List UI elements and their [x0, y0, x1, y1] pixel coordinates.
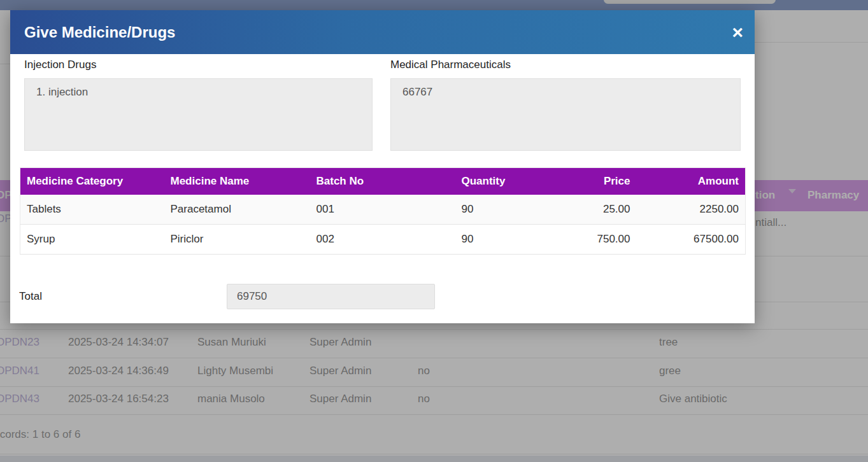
- total-input[interactable]: [227, 284, 435, 309]
- cell-amount: 2250.00: [637, 195, 746, 225]
- medicine-table-header-row: Medicine Category Medicine Name Batch No…: [20, 168, 746, 195]
- cell-price: 25.00: [529, 195, 637, 225]
- medicine-row: Syrup Piriclor 002 90 750.00 67500.00: [20, 225, 746, 255]
- col-medicine-category: Medicine Category: [20, 168, 164, 195]
- injection-drugs-textarea[interactable]: 1. injection: [24, 78, 373, 151]
- medical-pharmaceuticals-textarea[interactable]: 66767: [390, 78, 741, 151]
- cell-quantity: 90: [455, 225, 529, 255]
- cell-quantity: 90: [455, 195, 529, 225]
- total-label: Total: [19, 284, 42, 309]
- col-amount: Amount: [637, 168, 746, 195]
- col-price: Price: [529, 168, 637, 195]
- col-medicine-name: Medicine Name: [164, 168, 310, 195]
- close-icon[interactable]: ×: [732, 10, 743, 54]
- cell-batch: 001: [310, 195, 455, 225]
- col-batch-no: Batch No: [310, 168, 455, 195]
- cell-category: Syrup: [20, 225, 164, 255]
- cell-price: 750.00: [529, 225, 637, 255]
- modal-header: Give Medicine/Drugs ×: [10, 10, 755, 54]
- medicine-table: Medicine Category Medicine Name Batch No…: [20, 167, 746, 255]
- cell-amount: 67500.00: [637, 225, 746, 255]
- injection-drugs-label: Injection Drugs: [24, 59, 96, 71]
- medical-pharmaceuticals-label: Medical Pharmaceuticals: [390, 59, 511, 71]
- modal-title: Give Medicine/Drugs: [24, 10, 175, 54]
- cell-category: Tablets: [20, 195, 164, 225]
- cell-name: Piriclor: [164, 225, 310, 255]
- col-quantity: Quantity: [455, 168, 529, 195]
- give-medicine-modal: Give Medicine/Drugs × Injection Drugs Me…: [10, 10, 755, 323]
- medicine-row: Tablets Paracetamol 001 90 25.00 2250.00: [20, 195, 746, 225]
- cell-name: Paracetamol: [164, 195, 310, 225]
- cell-batch: 002: [310, 225, 455, 255]
